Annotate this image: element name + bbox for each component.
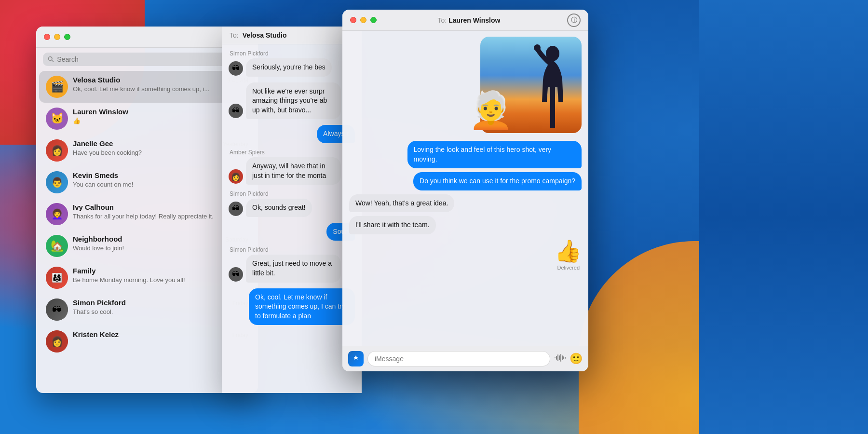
- avatar-velosa: 🎬: [46, 76, 68, 98]
- svg-line-4: [52, 60, 54, 62]
- avatar-kevin: 👨: [46, 171, 68, 193]
- msg-bubble-sent3: Ok, cool. Let me know if something comes…: [249, 288, 355, 326]
- sender-simon3: Simon Pickford: [230, 190, 355, 197]
- msg-avatar-simon3: 🕶: [229, 202, 243, 216]
- sender-simon4: Simon Pickford: [230, 246, 355, 253]
- delivered-label: Delivered: [557, 265, 580, 271]
- search-icon: [48, 56, 54, 63]
- avatar-janelle: 👩: [46, 139, 68, 162]
- photo-container: 🧑‍🦳: [480, 37, 582, 133]
- imessage-input[interactable]: [367, 351, 550, 366]
- msg-bubble-simon2: Not like we're ever surpr amazing things…: [246, 82, 341, 120]
- msg-bubble-amber: Anyway, will have that in just in time f…: [246, 157, 341, 185]
- maximize-button[interactable]: [64, 34, 70, 40]
- avatar-kristen: 👩: [46, 330, 68, 353]
- bg-right: [699, 0, 868, 434]
- traffic-lights: [44, 34, 70, 40]
- msg-bubble-loving: Loving the look and feel of this hero sh…: [407, 141, 582, 168]
- lauren-to-name: Lauren Winslow: [448, 16, 500, 24]
- audio-icon[interactable]: [554, 353, 566, 365]
- msg-bubble-simon1: Seriously, you're the bes: [246, 58, 332, 77]
- conv-name-kevin: Kevin Smeds: [73, 171, 118, 179]
- search-input[interactable]: [57, 55, 246, 63]
- avatar-lauren: 🐱: [46, 108, 68, 130]
- msg-row-amber: 👩 Anyway, will have that in just in time…: [229, 157, 355, 185]
- msg-row-promo: Do you think we can use it for the promo…: [349, 172, 582, 190]
- conv2-header: To: Velosa Studio: [222, 27, 362, 44]
- memoji-emoji: 🧑‍🦳: [468, 92, 514, 128]
- msg-row-simon2: 🕶 Not like we're ever surpr amazing thin…: [229, 82, 355, 120]
- conv-name-ivy: Ivy Calhoun: [73, 203, 114, 211]
- to-name-middle: Velosa Studio: [243, 31, 287, 39]
- sender-amber: Amber Spiers: [230, 149, 355, 156]
- msg-bubble-simon4: Great, just need to move a little bit.: [246, 255, 341, 282]
- msg-bubble-promo: Do you think we can use it for the promo…: [413, 172, 582, 190]
- person-silhouette: [533, 44, 572, 133]
- msg-group-simon1: Simon Pickford 🕶 Seriously, you're the b…: [229, 50, 355, 77]
- sender-simon1: Simon Pickford: [230, 50, 355, 57]
- appstore-svg: [352, 354, 360, 363]
- msg-row-share: I'll share it with the team.: [349, 216, 582, 234]
- conv-name-family: Family: [73, 267, 96, 275]
- msg-row-loving: Loving the look and feel of this hero sh…: [349, 141, 582, 168]
- svg-point-6: [534, 44, 541, 51]
- msg-row-simon4: 🕶 Great, just need to move a little bit.: [229, 255, 355, 282]
- w2-messages: Simon Pickford 🕶 Seriously, you're the b…: [222, 44, 362, 393]
- conv-name-simon: Simon Pickford: [73, 298, 126, 307]
- search-bar[interactable]: [43, 53, 251, 66]
- msg-row-sent2: Soun: [229, 223, 355, 241]
- avatar-family: 👨‍👩‍👧: [46, 267, 68, 289]
- msg-avatar-amber: 👩: [229, 169, 243, 184]
- msg-bubble-share: I'll share it with the team.: [349, 216, 436, 234]
- conv-name-neighborhood: Neighborhood: [73, 235, 122, 243]
- msg-bubble-wow: Wow! Yeah, that's a great idea.: [349, 194, 454, 213]
- appstore-icon[interactable]: [348, 351, 364, 366]
- msg-row-simon3: 🕶 Ok, sounds great!: [229, 199, 355, 217]
- to-label-middle: To:: [230, 31, 239, 39]
- thumbs-up-sent: 👍 Delivered: [555, 238, 582, 271]
- lauren-title: To: Lauren Winslow: [357, 16, 581, 24]
- msg-group-simon3: Simon Pickford 🕶 Ok, sounds great!: [229, 190, 355, 217]
- emoji-button[interactable]: 🙂: [570, 353, 583, 365]
- close-button[interactable]: [44, 34, 50, 40]
- msg-avatar-simon1: 🕶: [229, 61, 243, 76]
- lauren-titlebar: To: Lauren Winslow ⓘ: [342, 10, 588, 31]
- lauren-window: To: Lauren Winslow ⓘ: [342, 10, 588, 371]
- conv-name-velosa: Velosa Studio: [73, 76, 120, 84]
- photo-message-row: 🧑‍🦳: [349, 37, 582, 133]
- conv-name-lauren: Lauren Winslow: [73, 108, 128, 116]
- msg-avatar-simon2: 🕶: [229, 104, 243, 118]
- avatar-neighborhood: 🏡: [46, 235, 68, 257]
- minimize-button[interactable]: [54, 34, 60, 40]
- msg-row-wow: Wow! Yeah, that's a great idea.: [349, 194, 582, 213]
- msg-row-simon1: 🕶 Seriously, you're the bes: [229, 58, 355, 77]
- avatar-simon: 🕶: [46, 298, 68, 321]
- conversation-window: To: Velosa Studio Simon Pickford 🕶 Serio…: [222, 27, 362, 393]
- info-button[interactable]: ⓘ: [567, 14, 581, 27]
- lauren-messages: 🧑‍🦳 Loving the look and feel of this her…: [342, 31, 588, 346]
- conv-name-kristen: Kristen Kelez: [73, 330, 119, 339]
- lauren-to-label: To:: [438, 16, 449, 24]
- msg-row-sent1: Always r: [229, 125, 355, 143]
- thumbs-up-emoji: 👍: [555, 238, 582, 264]
- msg-group-simon4: Simon Pickford 🕶 Great, just need to mov…: [229, 246, 355, 282]
- msg-avatar-simon4: 🕶: [229, 267, 243, 282]
- msg-row-sent3: Ok, cool. Let me know if something comes…: [229, 288, 355, 326]
- waveform-svg: [554, 353, 566, 363]
- lauren-input-bar: 🙂: [342, 346, 588, 371]
- conv-name-janelle: Janelle Gee: [73, 139, 113, 148]
- avatar-ivy: 👩‍🦱: [46, 203, 68, 225]
- msg-group-simon2: 🕶 Not like we're ever surpr amazing thin…: [229, 82, 355, 120]
- lauren-close-button[interactable]: [350, 17, 356, 23]
- msg-bubble-simon3: Ok, sounds great!: [246, 199, 312, 217]
- msg-group-amber: Amber Spiers 👩 Anyway, will have that in…: [229, 149, 355, 185]
